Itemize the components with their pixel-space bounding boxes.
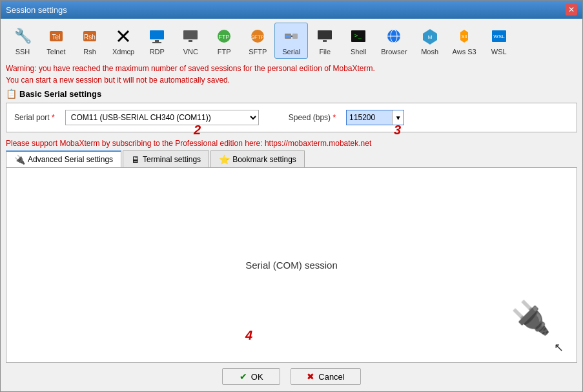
toolbar-label-shell: Shell [351, 48, 366, 56]
svg-text:M: M [427, 34, 432, 40]
tab-advanced[interactable]: 🔌 Advanced Serial settings [6, 150, 121, 167]
button-row: ✔ OK ✖ Cancel [6, 363, 577, 387]
speed-label: Speed (bps) * [289, 113, 336, 122]
title-bar: Session settings ✕ [1, 1, 582, 19]
toolbar-item-vnc[interactable]: VNC [174, 23, 207, 59]
svg-text:Tel: Tel [52, 34, 61, 41]
session-settings-window: Session settings ✕ 🔧 SSH Tel Telnet Rsh … [0, 0, 583, 392]
toolbar-label-ftp: FTP [218, 48, 231, 56]
basic-serial-title: Basic Serial settings [19, 89, 101, 99]
toolbar-item-browser[interactable]: Browser [375, 23, 413, 59]
tab-icon-advanced: 🔌 [14, 154, 25, 165]
rdp-icon [147, 26, 167, 46]
section-icon: 📋 [6, 88, 17, 99]
svg-rect-8 [152, 42, 161, 43]
toolbar-item-sftp[interactable]: SFTP SFTP [241, 23, 274, 59]
browser-icon [384, 26, 404, 46]
telnet-icon: Tel [46, 26, 66, 46]
ftp-icon: FTP [214, 26, 234, 46]
toolbar-label-rdp: RDP [150, 48, 165, 56]
svg-text:S3: S3 [462, 34, 467, 39]
support-text: Please support MobaXterm by subscribing … [6, 139, 577, 148]
speed-required-marker: * [332, 113, 336, 122]
toolbar-label-serial: Serial [282, 48, 300, 56]
warning-text: Warning: you have reached the maximum nu… [6, 63, 577, 86]
xdmcp-icon [113, 26, 134, 46]
toolbar-item-serial[interactable]: Serial [274, 23, 308, 59]
main-content: 🔧 SSH Tel Telnet Rsh Rsh Xdmcp RDP VNC F… [1, 19, 582, 391]
warning-line2: You can start a new session but it will … [6, 76, 230, 85]
svg-rect-20 [318, 30, 332, 39]
cursor-indicator: ↖ [554, 340, 564, 355]
toolbar-item-rdp[interactable]: RDP [140, 23, 174, 59]
toolbar-label-browser: Browser [381, 48, 407, 56]
serial-port-select[interactable]: COM11 (USB-SERIAL CH340 (COM11)) [65, 110, 259, 125]
cancel-icon: ✖ [307, 371, 314, 382]
svg-point-18 [285, 35, 288, 37]
file-icon [314, 26, 335, 46]
tab-label-bookmark: Bookmark settings [232, 155, 296, 164]
basic-serial-header: 📋 Basic Serial settings [6, 88, 577, 99]
toolbar-item-rsh[interactable]: Rsh Rsh [73, 23, 107, 59]
speed-dropdown-button[interactable]: ▼ [392, 110, 404, 125]
svg-text:WSL: WSL [493, 34, 505, 39]
toolbar-item-aws_s3[interactable]: S3 Aws S3 [447, 23, 482, 59]
serial-port-label: Serial port * [14, 113, 55, 122]
serial-form-row: Serial port * COM11 (USB-SERIAL CH340 (C… [14, 110, 569, 125]
cancel-button[interactable]: ✖ Cancel [291, 368, 360, 385]
speed-input[interactable] [347, 110, 392, 125]
toolbar-item-file[interactable]: File [308, 23, 342, 59]
required-marker: * [52, 113, 55, 122]
toolbar-label-ssh: SSH [15, 48, 30, 56]
mosh-icon: M [420, 26, 440, 46]
warning-line1: Warning: you have reached the maximum nu… [6, 64, 375, 73]
toolbar-label-telnet: Telnet [46, 48, 65, 56]
ok-icon: ✔ [240, 371, 247, 382]
icon-toolbar: 🔧 SSH Tel Telnet Rsh Rsh Xdmcp RDP VNC F… [6, 23, 577, 59]
tab-terminal[interactable]: 🖥 Terminal settings [123, 150, 209, 167]
tab-bookmark[interactable]: ⭐ Bookmark settings [210, 150, 305, 167]
wsl-icon: WSL [489, 26, 509, 46]
aws_s3-icon: S3 [454, 26, 475, 46]
svg-rect-6 [150, 30, 164, 39]
tab-label-terminal: Terminal settings [143, 155, 201, 164]
main-panel: Serial (COM) session 🔌 ↖ 4 [6, 167, 577, 363]
toolbar-item-shell[interactable]: >_ Shell [342, 23, 375, 59]
close-button[interactable]: ✕ [566, 4, 577, 15]
toolbar-item-xdmcp[interactable]: Xdmcp [107, 23, 140, 59]
svg-text:>_: >_ [354, 32, 362, 39]
tab-bar: 🔌 Advanced Serial settings 🖥 Terminal se… [6, 150, 577, 167]
toolbar-item-telnet[interactable]: Tel Telnet [39, 23, 73, 59]
svg-text:FTP: FTP [219, 34, 230, 40]
tab-icon-terminal: 🖥 [131, 154, 140, 165]
toolbar-label-xdmcp: Xdmcp [112, 48, 134, 56]
toolbar-label-aws_s3: Aws S3 [453, 48, 476, 56]
toolbar-label-vnc: VNC [183, 48, 198, 56]
sftp-icon: SFTP [247, 26, 268, 46]
toolbar-label-sftp: SFTP [249, 48, 267, 56]
svg-text:SFTP: SFTP [251, 34, 264, 40]
tab-label-advanced: Advanced Serial settings [28, 155, 113, 164]
toolbar-item-ftp[interactable]: FTP FTP [207, 23, 241, 59]
svg-point-19 [288, 35, 291, 37]
toolbar-label-wsl: WSL [491, 48, 507, 56]
vnc-icon [180, 26, 201, 46]
svg-rect-9 [183, 30, 198, 39]
annotation-4: 4 [245, 328, 252, 343]
svg-rect-7 [155, 40, 159, 42]
serial-icon [281, 26, 302, 46]
toolbar-label-rsh: Rsh [83, 48, 96, 56]
svg-text:Rsh: Rsh [84, 34, 96, 41]
toolbar-item-mosh[interactable]: M Mosh [413, 23, 447, 59]
shell-icon: >_ [348, 26, 369, 46]
tab-icon-bookmark: ⭐ [219, 154, 230, 165]
speed-input-wrapper: ▼ [346, 110, 404, 125]
toolbar-item-wsl[interactable]: WSL WSL [482, 23, 516, 59]
ok-label: OK [251, 372, 263, 382]
basic-serial-section: Serial port * COM11 (USB-SERIAL CH340 (C… [6, 103, 577, 132]
toolbar-item-ssh[interactable]: 🔧 SSH [6, 23, 39, 59]
ok-button[interactable]: ✔ OK [222, 368, 280, 385]
svg-rect-10 [189, 40, 192, 42]
window-title: Session settings [6, 5, 67, 15]
panel-label: Serial (COM) session [245, 260, 338, 271]
